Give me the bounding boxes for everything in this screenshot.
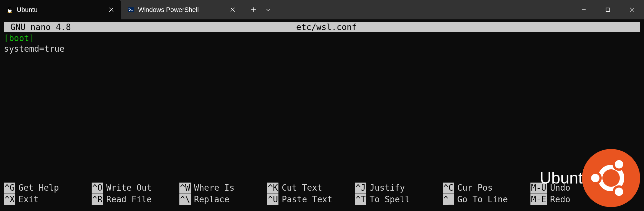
shortcut-key: ^O: [92, 183, 103, 194]
nano-filename: etc/wsl.conf: [71, 22, 582, 33]
svg-point-2: [9, 8, 10, 9]
shortcut-desc: Write Out: [106, 183, 152, 194]
ubuntu-watermark: Ubuntu: [540, 149, 640, 207]
editor-line-2: systemd=true: [4, 44, 640, 54]
tab-ubuntu[interactable]: Ubuntu: [0, 0, 121, 19]
shortcut-desc: Paste Text: [282, 194, 332, 205]
shortcut-key: ^X: [4, 194, 15, 205]
maximize-button[interactable]: [596, 0, 620, 19]
nano-app-name: GNU nano 4.8: [10, 22, 71, 33]
editor-line-1: [boot]: [4, 33, 640, 44]
shortcut-key: ^W: [179, 183, 191, 194]
shortcut-key: ^K: [267, 183, 278, 194]
tab-divider: [244, 6, 244, 14]
titlebar: Ubuntu Windows PowerShell: [0, 0, 644, 19]
tab-powershell[interactable]: Windows PowerShell: [121, 0, 243, 19]
svg-point-13: [591, 174, 599, 182]
shortcut-key: ^G: [4, 183, 15, 194]
window-controls: [571, 0, 644, 19]
svg-point-3: [10, 8, 11, 9]
svg-point-4: [7, 12, 9, 13]
tab-label: Windows PowerShell: [138, 6, 224, 14]
ubuntu-logo-icon: [582, 149, 640, 207]
shortcut-key: ^C: [443, 183, 454, 194]
shortcut-desc: Exit: [18, 194, 39, 205]
powershell-icon: [128, 6, 134, 13]
shortcut-key: ^R: [92, 194, 103, 205]
minimize-button[interactable]: [571, 0, 596, 19]
svg-rect-6: [128, 7, 134, 12]
shortcut-desc: Cur Pos: [457, 183, 493, 194]
shortcut-desc: Where Is: [194, 183, 234, 194]
close-icon[interactable]: [228, 6, 237, 14]
shortcut-desc: Justify: [369, 183, 405, 194]
shortcut-key: ^_: [443, 194, 454, 205]
svg-point-1: [8, 7, 11, 10]
shortcut-key: ^U: [267, 194, 278, 205]
close-icon[interactable]: [106, 6, 116, 14]
terminal-area[interactable]: GNU nano 4.8 etc/wsl.conf [boot] systemd…: [0, 19, 644, 54]
tab-dropdown-button[interactable]: [262, 0, 275, 19]
tux-icon: [6, 6, 13, 13]
shortcut-key: ^\: [179, 194, 191, 205]
editor-content[interactable]: [boot] systemd=true: [0, 32, 644, 54]
svg-point-15: [615, 187, 623, 196]
svg-rect-7: [606, 8, 609, 12]
shortcut-key: ^J: [355, 183, 366, 194]
nano-titlebar: GNU nano 4.8 etc/wsl.conf: [4, 22, 640, 32]
shortcut-desc: Go To Line: [457, 194, 508, 205]
new-tab-button[interactable]: [246, 0, 262, 19]
tab-label: Ubuntu: [17, 6, 103, 14]
close-window-button[interactable]: [620, 0, 644, 19]
svg-point-14: [615, 160, 623, 169]
shortcut-desc: Get Help: [18, 183, 59, 194]
shortcut-desc: Replace: [194, 194, 229, 205]
shortcut-desc: To Spell: [369, 194, 410, 205]
shortcut-desc: Read File: [106, 194, 152, 205]
shortcut-desc: Cut Text: [282, 183, 322, 194]
shortcut-key: ^T: [355, 194, 366, 205]
svg-point-5: [10, 12, 12, 13]
